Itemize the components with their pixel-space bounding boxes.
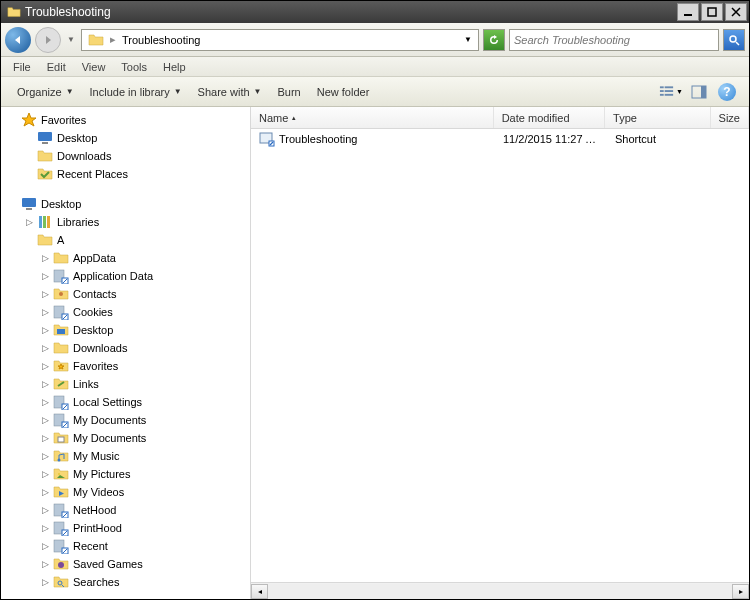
navigation-pane[interactable]: Favorites Desktop Downloads Recent Place… [1,107,251,599]
column-header-size[interactable]: Size [711,107,749,128]
svg-rect-15 [43,216,46,228]
search-input[interactable] [514,34,714,46]
sidebar-item[interactable]: ▷Application Data [1,267,250,285]
svg-rect-6 [660,93,664,95]
breadcrumb-item[interactable]: Troubleshooting [118,34,204,46]
file-list[interactable]: Troubleshooting 11/2/2015 11:27 AM Short… [251,129,749,582]
svg-rect-4 [660,90,664,92]
refresh-button[interactable] [483,29,505,51]
horizontal-scrollbar[interactable]: ◂ ▸ [251,582,749,599]
content-pane: Name ▴ Date modified Type Size Troublesh… [251,107,749,599]
list-item[interactable]: Troubleshooting 11/2/2015 11:27 AM Short… [251,129,749,149]
include-in-library-button[interactable]: Include in library▼ [82,82,190,102]
shortcut-icon [53,394,69,410]
svg-rect-11 [42,142,48,144]
menu-file[interactable]: File [5,59,39,75]
sidebar-item[interactable]: ▷Contacts [1,285,250,303]
back-button[interactable] [5,27,31,53]
sidebar-item[interactable]: ▷Desktop [1,321,250,339]
sidebar-item[interactable]: ▷Links [1,375,250,393]
sidebar-item-desktop[interactable]: Desktop [1,129,250,147]
minimize-button[interactable] [677,3,699,21]
folder-icon [7,5,21,19]
command-bar: Organize▼ Include in library▼ Share with… [1,77,749,107]
search-box[interactable] [509,29,719,51]
view-options-button[interactable]: ▼ [659,81,683,103]
shortcut-icon [53,268,69,284]
links-icon [53,376,69,392]
menu-help[interactable]: Help [155,59,194,75]
svg-rect-12 [22,198,36,207]
folder-icon [37,232,53,248]
svg-rect-2 [660,86,664,88]
desktop-folder-icon [53,322,69,338]
shortcut-icon [53,502,69,518]
sidebar-item[interactable]: ▷My Music [1,447,250,465]
menu-view[interactable]: View [74,59,114,75]
svg-rect-5 [665,90,673,92]
sidebar-item[interactable]: ▷My Documents [1,429,250,447]
sidebar-item-downloads[interactable]: Downloads [1,147,250,165]
videos-icon [53,484,69,500]
sidebar-item[interactable]: ▷My Videos [1,483,250,501]
folder-icon [53,250,69,266]
sidebar-item-recent-places[interactable]: Recent Places [1,165,250,183]
sidebar-item-libraries[interactable]: ▷Libraries [1,213,250,231]
new-folder-button[interactable]: New folder [309,82,378,102]
svg-point-28 [58,459,61,462]
svg-rect-14 [39,216,42,228]
shortcut-icon [53,412,69,428]
sidebar-item[interactable]: ▷My Documents [1,411,250,429]
column-headers: Name ▴ Date modified Type Size [251,107,749,129]
sidebar-item[interactable]: ▷My Pictures [1,465,250,483]
sidebar-item[interactable]: ▷Downloads [1,339,250,357]
sidebar-item[interactable]: ▷Searches [1,573,250,591]
sidebar-item-user-folder[interactable]: A [1,231,250,249]
chevron-right-icon[interactable]: ▸ [108,33,118,46]
scroll-track[interactable] [268,584,732,599]
sidebar-item[interactable]: ▷Local Settings [1,393,250,411]
forward-button[interactable] [35,27,61,53]
pane-resizer[interactable] [247,107,251,599]
svg-rect-13 [26,208,32,210]
share-with-button[interactable]: Share with▼ [190,82,270,102]
star-icon [21,112,37,128]
file-date: 11/2/2015 11:27 AM [495,133,607,145]
sidebar-item[interactable]: ▷Saved Games [1,555,250,573]
organize-button[interactable]: Organize▼ [9,82,82,102]
scroll-left-button[interactable]: ◂ [251,584,268,599]
help-button[interactable]: ? [715,81,739,103]
games-icon [53,556,69,572]
menu-tools[interactable]: Tools [113,59,155,75]
svg-point-29 [58,473,60,475]
sidebar-item[interactable]: ▷Favorites [1,357,250,375]
column-header-type[interactable]: Type [605,107,710,128]
close-button[interactable] [725,3,747,21]
column-header-name[interactable]: Name ▴ [251,107,494,128]
maximize-button[interactable] [701,3,723,21]
menu-edit[interactable]: Edit [39,59,74,75]
shortcut-icon [53,520,69,536]
svg-point-1 [730,36,736,42]
desktop-group[interactable]: Desktop [1,195,250,213]
sidebar-item[interactable]: ▷Recent [1,537,250,555]
svg-rect-10 [38,132,52,141]
address-bar[interactable]: ▸ Troubleshooting ▼ [81,29,479,51]
recent-pages-dropdown[interactable]: ▼ [65,35,77,44]
navigation-bar: ▼ ▸ Troubleshooting ▼ [1,23,749,57]
favorites-group[interactable]: Favorites [1,111,250,129]
sidebar-item[interactable]: ▷Cookies [1,303,250,321]
search-button[interactable] [723,29,745,51]
desktop-icon [37,130,53,146]
scroll-right-button[interactable]: ▸ [732,584,749,599]
sidebar-item[interactable]: ▷NetHood [1,501,250,519]
preview-pane-button[interactable] [687,81,711,103]
column-header-date-modified[interactable]: Date modified [494,107,605,128]
sidebar-item[interactable]: ▷PrintHood [1,519,250,537]
svg-point-19 [59,292,63,296]
burn-button[interactable]: Burn [269,82,308,102]
music-icon [53,448,69,464]
chevron-down-icon[interactable]: ▼ [460,35,476,44]
sidebar-item[interactable]: ▷AppData [1,249,250,267]
sort-indicator-icon: ▴ [292,114,296,122]
